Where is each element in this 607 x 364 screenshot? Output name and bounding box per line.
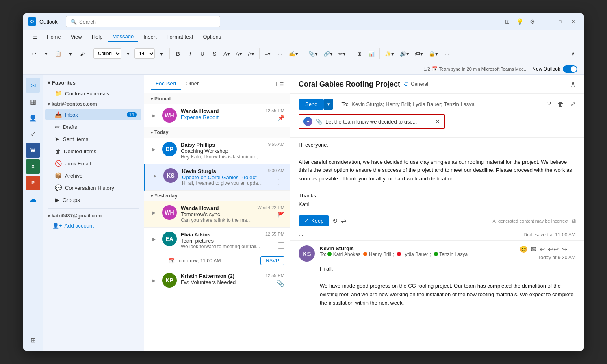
- email-item-daisy[interactable]: ▶ DP Daisy Phillips Coaching Workshop He…: [144, 138, 290, 164]
- nav-item-archive[interactable]: 📦 Archive: [45, 170, 141, 181]
- highlight-color-button[interactable]: A▾: [221, 47, 232, 60]
- format-painter-button[interactable]: 🖌: [77, 47, 88, 60]
- email-checkbox[interactable]: [278, 179, 284, 185]
- search-box[interactable]: 🔍: [66, 16, 220, 27]
- pinned-group-header[interactable]: ▾ Pinned: [144, 93, 290, 104]
- nav-item-inbox[interactable]: 📥 Inbox 14: [45, 109, 141, 120]
- tab-other[interactable]: Other: [181, 78, 204, 90]
- sidebar-icon-onedrive[interactable]: ☁: [26, 192, 40, 206]
- sidebar-icon-word[interactable]: W: [26, 143, 40, 158]
- keep-button[interactable]: ✓ Keep: [299, 215, 329, 226]
- lightbulb-icon[interactable]: 💡: [516, 18, 523, 25]
- settings-icon[interactable]: ⚙: [530, 18, 535, 25]
- adjust-icon[interactable]: ⇌: [341, 217, 346, 225]
- new-outlook-toggle-switch[interactable]: [563, 65, 577, 73]
- ai-suggestion-bar[interactable]: ✦ 📎 Let the team know we decided to use.…: [299, 114, 445, 129]
- search-input[interactable]: [79, 19, 216, 25]
- read-aloud-button[interactable]: 🔊▾: [397, 47, 412, 60]
- text-effects-button[interactable]: A▾: [245, 47, 257, 60]
- encrypt-button[interactable]: 🔒▾: [426, 47, 440, 60]
- table-button[interactable]: ⊞: [353, 47, 365, 60]
- sort-icon[interactable]: ≡: [280, 80, 284, 88]
- sidebar-icon-excel[interactable]: X: [26, 159, 40, 174]
- copilot-button[interactable]: ✨▾: [382, 47, 397, 60]
- tab-help[interactable]: Help: [88, 32, 107, 41]
- pen-button[interactable]: ✏▾: [336, 47, 348, 60]
- sensitivity-button[interactable]: 🏷▾: [412, 47, 425, 60]
- attach-button[interactable]: 📎▾: [306, 47, 320, 60]
- help-icon[interactable]: ?: [547, 101, 551, 108]
- account2-header[interactable]: ▾ katri0487@gmail.com: [43, 211, 144, 220]
- favorites-header[interactable]: ▾ Favorites: [43, 78, 144, 87]
- sidebar-icon-calendar[interactable]: ▦: [26, 94, 40, 109]
- more-ribbon-button[interactable]: ···: [441, 47, 453, 60]
- email-compose-body[interactable]: Hi everyone, After careful consideration…: [290, 138, 584, 212]
- expand-arrow[interactable]: ▶: [150, 273, 158, 288]
- bold-button[interactable]: B: [172, 47, 184, 60]
- email-item-elvia[interactable]: ▶ EA Elvia Atkins Team pictures We look …: [144, 228, 290, 254]
- expand-arrow[interactable]: ▶: [151, 168, 159, 183]
- add-account-button[interactable]: 👤+ Add account: [43, 220, 144, 231]
- forward-icon[interactable]: ↪: [562, 245, 567, 253]
- ink-button[interactable]: ✍▾: [286, 47, 301, 60]
- reply-icon[interactable]: ↩: [540, 245, 545, 253]
- new-outlook-toggle[interactable]: New Outlook: [532, 65, 577, 73]
- sidebar-icon-mail[interactable]: ✉: [26, 78, 40, 93]
- collapse-pane-button[interactable]: ∧: [570, 80, 576, 89]
- delete-draft-icon[interactable]: 🗑: [557, 101, 564, 108]
- font-size-dropdown[interactable]: ▾: [122, 47, 134, 60]
- today-group-header[interactable]: ▾ Today: [144, 127, 290, 138]
- font-size-down[interactable]: ▾: [156, 47, 167, 60]
- tab-message[interactable]: Message: [108, 32, 138, 42]
- yesterday-group-header[interactable]: ▾ Yesterday: [144, 191, 290, 201]
- email-checkbox-empty[interactable]: [278, 242, 284, 249]
- font-size-select[interactable]: 14: [134, 48, 155, 59]
- email-item-wanda-yesterday[interactable]: ▶ WH Wanda Howard Tomorrow's sync Can yo…: [144, 201, 290, 228]
- nav-item-drafts[interactable]: ✏ Drafts: [45, 121, 141, 132]
- undo-dropdown[interactable]: ▾: [40, 47, 52, 60]
- maximize-button[interactable]: □: [555, 17, 566, 26]
- rsvp-button[interactable]: RSVP: [260, 256, 284, 265]
- more-actions-icon[interactable]: ···: [570, 245, 576, 253]
- sidebar-icon-tasks[interactable]: ✓: [26, 127, 40, 141]
- email-item-kevin[interactable]: ▶ KS Kevin Sturgis Update on Coral Gable…: [144, 164, 290, 191]
- expand-arrow[interactable]: ▶: [150, 232, 158, 246]
- email-item-kristin[interactable]: ▶ KP Kristin Patternson (2) Fw: Voluntee…: [144, 269, 290, 292]
- undo-button[interactable]: ↩: [28, 47, 39, 60]
- filter-icon[interactable]: □: [273, 80, 277, 88]
- paste-button[interactable]: 📋: [52, 47, 64, 60]
- nav-item-junk-email[interactable]: 🚫 Junk Email: [45, 158, 141, 169]
- reply-all-icon[interactable]: ↩↩: [548, 245, 559, 253]
- pop-out-icon[interactable]: ⤢: [570, 100, 576, 108]
- nav-item-conversation-history[interactable]: 💬 Conversation History: [45, 182, 141, 193]
- grid-icon[interactable]: ⊞: [505, 18, 510, 25]
- more-options-draft-icon[interactable]: ···: [299, 232, 304, 238]
- expand-arrow[interactable]: ▶: [150, 205, 158, 220]
- send-dropdown-button[interactable]: ▾: [324, 99, 333, 110]
- nav-item-contoso-expenses[interactable]: 📁 Contoso Expenses: [45, 88, 141, 99]
- ai-suggest-close-button[interactable]: ✕: [435, 118, 440, 125]
- font-family-select[interactable]: Calibri: [93, 48, 121, 59]
- minimize-button[interactable]: ─: [542, 17, 553, 26]
- tab-insert[interactable]: Insert: [139, 32, 161, 41]
- send-button[interactable]: Send: [299, 99, 324, 110]
- chart-button[interactable]: 📊: [366, 47, 377, 60]
- expand-arrow[interactable]: ▶: [150, 142, 158, 156]
- nav-item-sent-items[interactable]: ➤ Sent Items: [45, 133, 141, 145]
- tab-format-text[interactable]: Format text: [163, 32, 197, 41]
- close-button[interactable]: ✕: [568, 17, 579, 26]
- underline-button[interactable]: U: [197, 47, 208, 60]
- hamburger-menu-button[interactable]: ☰: [30, 30, 41, 43]
- email-item-wanda-pinned[interactable]: ▶ WH Wanda Howard Expense Report 12:55 P…: [144, 104, 290, 127]
- copy-icon[interactable]: ⧉: [572, 217, 576, 224]
- expand-arrow[interactable]: ▶: [150, 108, 158, 123]
- link-button[interactable]: 🔗▾: [321, 47, 335, 60]
- paragraph-spacing-button[interactable]: ≡▾: [262, 47, 273, 60]
- sidebar-icon-apps[interactable]: ⊞: [26, 333, 40, 347]
- sidebar-icon-powerpoint[interactable]: P: [26, 176, 40, 190]
- strikethrough-button[interactable]: S: [209, 47, 220, 60]
- sidebar-icon-people[interactable]: 👤: [26, 110, 40, 125]
- tab-focused[interactable]: Focused: [151, 78, 181, 90]
- account1-header[interactable]: ▾ katri@contoso.com: [43, 100, 144, 108]
- tab-options[interactable]: Options: [199, 32, 225, 41]
